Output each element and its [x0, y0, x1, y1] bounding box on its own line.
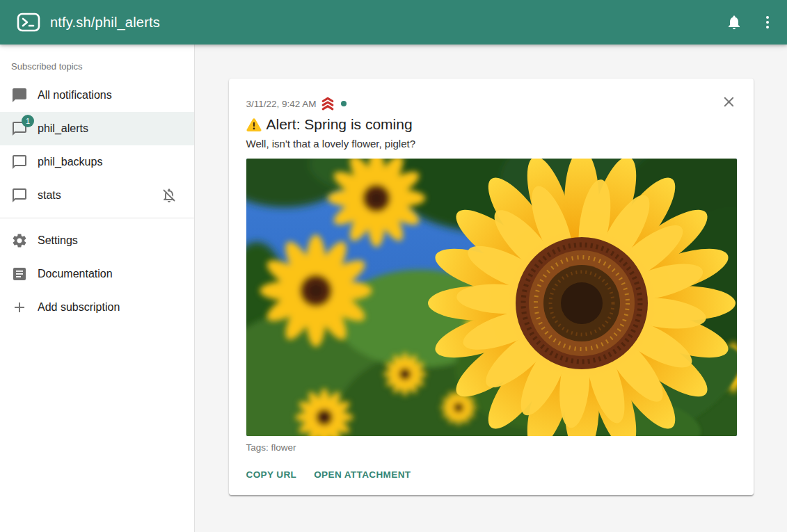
chat-filled-icon [11, 87, 28, 104]
open-attachment-button[interactable]: OPEN ATTACHMENT [314, 464, 411, 485]
sidebar-item-label: Add subscription [38, 301, 183, 314]
sidebar-item-stats[interactable]: stats [0, 179, 194, 212]
bell-icon [726, 14, 742, 31]
chat-outline-icon [11, 154, 28, 170]
sidebar-item-label: Documentation [38, 268, 183, 280]
sidebar-item-label: stats [38, 189, 161, 202]
card-actions: COPY URL OPEN ATTACHMENT [246, 464, 737, 485]
sidebar-item-all-notifications[interactable]: All notifications [0, 79, 194, 112]
notification-body: Well, isn't that a lovely flower, piglet… [246, 138, 737, 150]
main-content: 3/11/22, 9:42 AM [195, 45, 787, 532]
timestamp: 3/11/22, 9:42 AM [246, 99, 317, 109]
article-icon [11, 266, 28, 282]
plus-icon [11, 299, 28, 316]
close-icon [721, 94, 737, 110]
chat-outline-icon: 1 [11, 120, 28, 137]
close-notification-button[interactable] [715, 88, 743, 115]
unread-count-badge: 1 [22, 115, 34, 127]
sidebar-item-label: All notifications [38, 89, 183, 102]
triple-chevron-up-icon [320, 97, 335, 111]
copy-url-button[interactable]: COPY URL [246, 464, 297, 485]
bell-off-icon [161, 187, 177, 204]
unread-dot [341, 101, 347, 106]
subscribed-topics-label: Subscribed topics [0, 50, 194, 79]
sidebar-divider [0, 218, 194, 218]
sidebar-item-label: phil_backups [38, 156, 183, 168]
sidebar-item-settings[interactable]: Settings [0, 224, 194, 257]
sidebar-item-phil-backups[interactable]: phil_backups [0, 145, 194, 179]
sidebar-item-label: phil_alerts [38, 122, 183, 135]
chat-outline-icon [11, 187, 28, 204]
sidebar-item-phil-alerts[interactable]: 1 phil_alerts [0, 112, 194, 145]
sidebar-item-add-subscription[interactable]: Add subscription [0, 291, 194, 324]
notification-title: Alert: Spring is coming [267, 116, 413, 133]
attachment-image[interactable] [246, 159, 737, 436]
warning-triangle-icon [246, 118, 262, 132]
kebab-menu-icon [759, 14, 776, 31]
sidebar: Subscribed topics All notifications 1 ph… [0, 45, 195, 532]
sidebar-item-label: Settings [38, 234, 183, 247]
overflow-menu-button[interactable] [751, 6, 784, 39]
sidebar-item-documentation[interactable]: Documentation [0, 257, 194, 291]
tags-label: Tags: flower [246, 442, 737, 453]
app-bar: ntfy.sh/phil_alerts [0, 0, 787, 45]
notification-card: 3/11/22, 9:42 AM [229, 79, 754, 495]
notification-title-row: Alert: Spring is coming [246, 116, 737, 133]
notifications-button[interactable] [717, 6, 751, 39]
page-title: ntfy.sh/phil_alerts [50, 15, 717, 31]
notification-meta: 3/11/22, 9:42 AM [246, 97, 737, 111]
terminal-icon [17, 12, 40, 33]
gear-icon [11, 232, 28, 249]
